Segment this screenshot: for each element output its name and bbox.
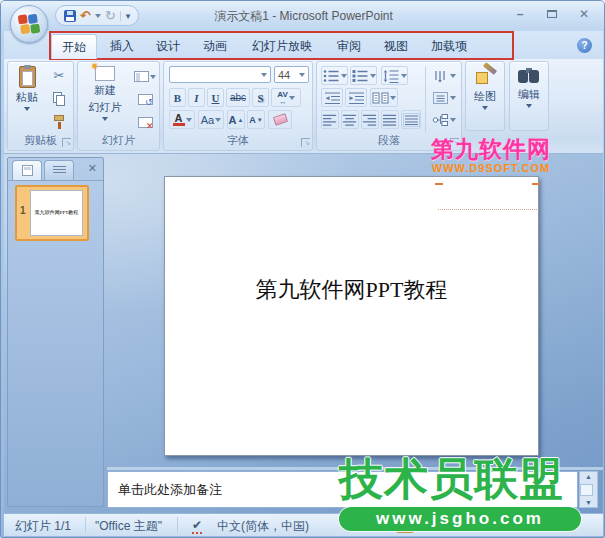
outline-tab[interactable] [44,160,74,180]
text-shadow-button[interactable]: S [252,88,269,107]
justify-button[interactable] [381,110,399,129]
clipboard-group: 粘贴 ✂ 剪贴板 ↘ [7,61,74,151]
scroll-down-icon[interactable]: ▼ [580,499,597,506]
spellcheck-icon[interactable]: ✔ [192,518,202,534]
drawing-dropdown-icon[interactable] [482,106,488,110]
paragraph-dialog-launcher[interactable]: ↘ [450,138,459,147]
grow-font-button[interactable]: A▲ [227,110,245,129]
italic-button[interactable]: I [188,88,205,107]
align-left-button[interactable] [321,110,339,129]
reset-icon: ↺ [138,94,153,105]
tab-home[interactable]: 开始 [51,34,97,59]
increase-indent-icon [348,91,365,105]
shrink-font-button[interactable]: A▼ [247,110,265,129]
align-text-button[interactable] [428,88,459,107]
slide-canvas[interactable]: 第九软件网PPT教程 [164,176,539,456]
normal-view-button[interactable] [396,517,414,533]
slides-tab[interactable] [12,160,42,180]
clipboard-dialog-launcher[interactable]: ↘ [62,138,71,147]
font-dialog-launcher[interactable]: ↘ [301,138,310,147]
tab-addins[interactable]: 加载项 [421,34,477,59]
new-slide-dropdown-icon[interactable] [102,117,108,121]
close-button[interactable]: ✕ [572,6,596,23]
new-slide-button[interactable]: ✷ 新建 幻灯片 [81,65,129,135]
notes-splitter[interactable] [107,467,603,470]
tab-animations[interactable]: 动画 [193,34,237,59]
notes-pane[interactable]: 单击此处添加备注 [107,471,578,508]
columns-button[interactable] [370,88,398,107]
delete-slide-button[interactable]: ✕ [132,113,158,132]
slide-thumbnail-selected[interactable]: 1 第九软件网PPT教程 [15,185,89,241]
font-name-combo[interactable] [169,66,271,83]
notes-scrollbar[interactable]: ▲ ▼ [579,471,598,508]
font-size-value: 44 [278,69,290,81]
status-bar: 幻灯片 1/1 "Office 主题" ✔ 中文(简体，中国) [4,513,603,536]
format-painter-button[interactable] [48,112,70,131]
cut-button[interactable]: ✂ [48,66,70,85]
increase-indent-button[interactable] [345,88,367,107]
delete-slide-icon: ✕ [138,117,153,128]
copy-button[interactable] [48,89,70,108]
line-spacing-icon [383,69,400,83]
bullets-icon [323,69,340,83]
editing-dropdown-icon[interactable] [526,104,532,108]
paragraph-divider [425,66,426,132]
align-right-icon [362,113,378,127]
tab-insert[interactable]: 插入 [101,34,143,59]
language-indicator[interactable]: 中文(简体，中国) [217,518,309,535]
numbering-icon [352,69,369,83]
line-spacing-button[interactable] [381,66,408,85]
tab-review[interactable]: 审阅 [327,34,371,59]
status-divider [177,517,178,533]
drawing-label: 绘图 [474,89,496,104]
paste-dropdown-icon[interactable] [24,107,30,111]
editing-group: 编辑 [509,61,549,131]
numbering-button[interactable] [350,66,377,85]
normal-view-icon [400,521,410,530]
panel-tab-divider [8,180,103,181]
placeholder-dotted-edge [438,209,537,210]
panel-close-icon[interactable]: ✕ [88,162,97,175]
convert-smartart-button[interactable] [428,110,459,129]
slide-thumbnail[interactable]: 第九软件网PPT教程 [30,190,83,236]
strikethrough-button[interactable]: abc [226,88,250,107]
align-center-button[interactable] [341,110,359,129]
font-color-button[interactable]: A [169,110,195,129]
clear-formatting-button[interactable] [268,110,292,129]
minimize-button[interactable]: – [508,6,532,23]
tab-design[interactable]: 设计 [147,34,189,59]
bullets-button[interactable] [321,66,348,85]
text-direction-button[interactable] [428,66,459,85]
tab-slideshow[interactable]: 幻灯片放映 [241,34,323,59]
decrease-indent-button[interactable] [321,88,343,107]
align-right-button[interactable] [361,110,379,129]
align-left-icon [322,113,338,127]
distribute-button[interactable] [401,110,421,129]
change-case-button[interactable]: Aa [198,110,224,129]
paste-clipboard-icon [19,66,36,88]
slide-sorter-button[interactable] [416,517,434,533]
scrollbar-thumb[interactable] [580,484,593,496]
office-button[interactable] [10,5,48,43]
editing-button[interactable]: 编辑 [511,66,547,128]
drawing-button[interactable]: 绘图 [467,66,503,128]
slide-title-text[interactable]: 第九软件网PPT教程 [165,275,538,305]
tab-view[interactable]: 视图 [375,34,417,59]
help-button[interactable]: ? [577,38,592,53]
powerpoint-window: ↶ ↻ ▾ 演示文稿1 - Microsoft PowerPoint – ✕ 开… [0,0,605,538]
underline-button[interactable]: U [207,88,224,107]
paste-button[interactable]: 粘贴 [11,65,43,135]
character-spacing-button[interactable]: AV↔ [271,88,301,107]
format-painter-icon [53,115,65,129]
slides-group-label: 幻灯片 [78,133,159,148]
scissors-icon: ✂ [54,69,65,82]
maximize-button[interactable] [540,6,564,23]
theme-name[interactable]: "Office 主题" [95,518,162,535]
reset-slide-button[interactable]: ↺ [132,90,158,109]
scroll-up-icon[interactable]: ▲ [580,473,597,480]
bold-button[interactable]: B [169,88,186,107]
layout-button[interactable] [132,67,158,86]
slide-thumbnail-text: 第九软件网PPT教程 [31,209,82,215]
font-size-combo[interactable]: 44 [274,66,309,83]
font-group: 44 B I U abc S AV↔ A Aa A▲ A▼ [163,61,313,151]
